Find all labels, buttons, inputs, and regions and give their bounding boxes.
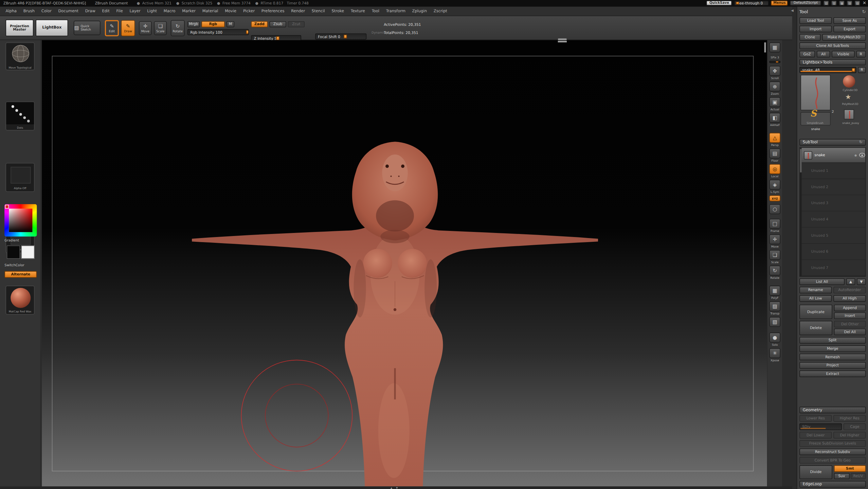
shelf-xpose[interactable]: ✳ Xpose [769,348,781,362]
subtool-item[interactable]: Unused 1 [800,163,865,179]
zsub-button[interactable]: Zsub [269,21,286,27]
switch-color-label[interactable]: SwitchColor [4,263,37,267]
smt-toggle[interactable]: Smt [834,465,866,472]
palette-config-icon[interactable]: ▦ [839,1,845,6]
gradient-label[interactable]: Gradient [4,239,37,242]
current-tool-thumbnail[interactable] [800,75,831,110]
stroke-selector[interactable]: Dots [5,102,34,130]
lightbox-tools-bar[interactable]: Lightbox>Tools [799,59,866,65]
menu-color[interactable]: Color [38,9,55,13]
menus-button[interactable]: Menus [771,1,788,6]
subtool-scrollbar[interactable] [800,148,802,276]
secondary-color-swatch[interactable] [21,246,34,259]
shelf-polyf[interactable]: ▦ PolyF [769,286,781,300]
bpr-button[interactable]: ▦ [769,42,781,53]
menu-preferences[interactable]: Preferences [258,9,288,13]
suv-toggle[interactable]: Suv [834,473,849,479]
export-button[interactable]: Export [833,26,866,33]
convert-bpr-button[interactable]: Convert BPR To Geo [799,457,866,464]
palette-config-icon[interactable]: ▤ [824,1,829,6]
menu-movie[interactable]: Movie [221,9,240,13]
duplicate-button[interactable]: Duplicate [799,305,832,319]
save-as-button[interactable]: Save As [833,17,866,24]
zcut-button[interactable]: Zcut [288,21,305,27]
menu-alpha[interactable]: Alpha [2,9,20,13]
alpha-selector[interactable]: Alpha Off [5,163,34,192]
shelf-lsym[interactable]: ◈ L.Sym [769,180,781,194]
see-through-slider[interactable]: See-through 0 [734,1,769,6]
delete-button[interactable]: Delete [799,321,832,336]
geometry-header[interactable]: Geometry [799,407,866,414]
shelf-floor[interactable]: ▤ Floor [769,148,781,162]
visibility-eye-icon[interactable] [859,153,865,157]
lower-res-button[interactable]: Lower Res [799,415,832,422]
dynamic-label[interactable]: Dynamic [372,31,385,34]
shelf-move[interactable]: ✛ Move [769,234,781,248]
lightbox-button[interactable]: LightBox [36,19,68,36]
menu-tool[interactable]: Tool [368,9,383,13]
focal-shift-slider[interactable]: Focal Shift 0 [315,34,366,40]
goz-r-button[interactable]: R [856,51,866,57]
load-tool-button[interactable]: Load Tool [799,17,832,24]
split-button[interactable]: Split [799,337,866,344]
menu-marker[interactable]: Marker [179,9,199,13]
menu-stencil[interactable]: Stencil [308,9,328,13]
list-all-button[interactable]: List All [799,278,845,285]
project-button[interactable]: Project [799,362,866,369]
rgb-button[interactable]: Rgb [201,21,225,27]
remesh-button[interactable]: Remesh [799,354,866,360]
m-button[interactable]: M [227,21,234,27]
shelf-rotate[interactable]: ↻ Rotate [769,266,781,279]
bottom-scroll-strip[interactable]: ▲ ▼ [0,486,792,489]
menu-draw[interactable]: Draw [82,9,99,13]
goz-button[interactable]: GoZ [799,51,815,57]
palette-config-icon[interactable]: ▧ [847,1,852,6]
menu-file[interactable]: File [113,9,126,13]
clone-button[interactable]: Clone [799,34,820,41]
goz-visible-button[interactable]: Visible [832,51,854,57]
menu-brush[interactable]: Brush [20,9,38,13]
subtool-up-button[interactable]: ▲ [846,278,855,285]
shelf-solo[interactable]: ● Solo [769,332,781,346]
brush-selector[interactable]: Move Topological [5,42,34,70]
color-sv-square[interactable] [9,209,32,232]
shelf-zoom[interactable]: ⊕ Zoom [769,82,781,95]
del-other-button[interactable]: Del Other [834,321,866,328]
menu-zscript[interactable]: Zscript [430,9,451,13]
rgb-intensity-slider[interactable]: Rgb Intensity 100 [187,29,249,35]
move-button[interactable]: ✛ Move [139,21,152,35]
all-high-button[interactable]: All High [833,295,866,302]
zadd-button[interactable]: Zadd [251,21,268,27]
subtool-item[interactable]: Unused 4 [800,212,865,228]
shelf-persp[interactable]: △ Persp [769,133,781,147]
make-polymesh3d-button[interactable]: Make PolyMesh3D [822,34,866,41]
reconstruct-subdiv-button[interactable]: Reconstruct Subdiv [799,449,866,455]
menu-material[interactable]: Material [199,9,221,13]
divide-button[interactable]: Divide [799,465,832,479]
freeze-subdivision-button[interactable]: Freeze SubDivision Levels [799,440,866,447]
menu-macro[interactable]: Macro [160,9,179,13]
extract-button[interactable]: Extract [799,370,866,377]
subtool-item-active[interactable]: snake ● [800,148,865,163]
panel-collapse-icon[interactable]: ◀ [791,8,794,12]
shelf-scale[interactable]: ❏ Scale [769,250,781,264]
color-picker[interactable] [4,204,37,236]
sdiv-slider[interactable]: SDiv [799,423,842,430]
shelf-aahalf[interactable]: ◧ AAHalf [769,113,781,127]
menu-texture[interactable]: Texture [347,9,368,13]
edit-button[interactable]: ✎ Edit [105,20,119,36]
rotate-button[interactable]: ↻ Rotate [171,20,185,36]
cylinder3d-thumbnail[interactable] [843,75,855,88]
higher-res-button[interactable]: Higher Res [833,415,866,422]
shelf-frame[interactable]: □ Frame [769,219,781,233]
subtool-item[interactable]: Unused 5 [800,228,865,244]
spix-slider[interactable] [769,61,780,63]
snake-pussy-thumbnail[interactable] [844,109,854,120]
autoreorder-button[interactable]: AutoReorder [833,287,866,293]
main-color-swatch[interactable] [7,246,20,259]
material-selector[interactable]: MatCap Red Wax [5,286,34,314]
radial-symmetry-button[interactable]: ○ [769,204,781,214]
subtool-item[interactable]: Unused 3 [800,195,865,212]
rename-button[interactable]: Rename [799,287,832,293]
shelf-actual[interactable]: ▣ Actual [769,97,781,111]
